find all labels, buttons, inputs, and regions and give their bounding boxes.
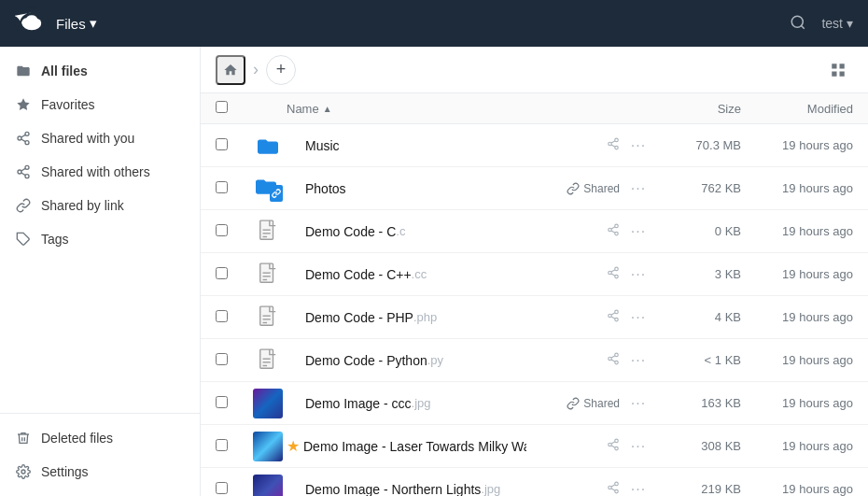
row-checkbox-cell[interactable] bbox=[216, 310, 249, 325]
row-checkbox[interactable] bbox=[216, 267, 228, 279]
svg-line-10 bbox=[21, 139, 26, 142]
file-more-cell[interactable]: ··· bbox=[620, 438, 657, 455]
row-checkbox[interactable] bbox=[216, 310, 228, 322]
table-row[interactable]: Demo Code - PHP .php ··· 4 KB 19 hours a… bbox=[201, 296, 868, 339]
search-button[interactable] bbox=[790, 14, 806, 34]
file-more-cell[interactable]: ··· bbox=[620, 395, 657, 412]
sidebar-item-shared-with-you[interactable]: Shared with you bbox=[0, 121, 200, 155]
row-checkbox-cell[interactable] bbox=[216, 439, 249, 454]
home-button[interactable] bbox=[216, 55, 245, 85]
row-checkbox-cell[interactable] bbox=[216, 353, 249, 368]
file-size: 3 KB bbox=[657, 267, 741, 281]
table-row[interactable]: Music ··· 70.3 MB 19 hours ago bbox=[201, 124, 868, 167]
row-checkbox-cell[interactable] bbox=[216, 396, 249, 411]
file-share-cell bbox=[526, 266, 620, 282]
more-options-button[interactable]: ··· bbox=[631, 309, 646, 326]
row-checkbox-cell[interactable] bbox=[216, 482, 249, 497]
file-extension: .php bbox=[413, 310, 437, 324]
file-name-cell: Demo Code - C .c bbox=[287, 224, 526, 239]
sidebar-item-shared-with-others[interactable]: Shared with others bbox=[0, 155, 200, 189]
share-button[interactable] bbox=[607, 309, 620, 325]
file-more-cell[interactable]: ··· bbox=[620, 309, 657, 326]
share-button[interactable] bbox=[607, 352, 620, 368]
file-name-cell: Demo Image - Northern Lights .jpg bbox=[287, 482, 526, 497]
table-row[interactable]: Photos Shared ··· 762 KB 19 hours ago bbox=[201, 167, 868, 210]
file-extension: .jpg bbox=[412, 396, 431, 410]
row-checkbox[interactable] bbox=[216, 224, 228, 236]
row-checkbox[interactable] bbox=[216, 482, 228, 494]
file-more-cell[interactable]: ··· bbox=[620, 481, 657, 497]
file-size: 762 KB bbox=[657, 181, 741, 195]
modified-column-label: Modified bbox=[807, 102, 853, 116]
svg-line-50 bbox=[611, 313, 615, 315]
file-modified: 19 hours ago bbox=[741, 181, 853, 195]
file-share-cell: Shared bbox=[526, 397, 620, 410]
file-name-cell: Demo Image - ccc .jpg bbox=[287, 396, 526, 411]
row-checkbox[interactable] bbox=[216, 439, 228, 451]
file-more-cell[interactable]: ··· bbox=[620, 180, 657, 197]
files-menu-button[interactable]: Files ▾ bbox=[56, 15, 97, 32]
more-options-button[interactable]: ··· bbox=[631, 438, 646, 455]
row-checkbox[interactable] bbox=[216, 396, 228, 408]
share-button[interactable] bbox=[607, 266, 620, 282]
more-options-button[interactable]: ··· bbox=[631, 481, 646, 497]
row-checkbox[interactable] bbox=[216, 138, 228, 150]
table-row[interactable]: ★ Demo Image - Laser Towards Milky Ways … bbox=[201, 425, 868, 468]
table-row[interactable]: Demo Code - Python .py ··· < 1 KB 19 hou… bbox=[201, 339, 868, 382]
sidebar-item-deleted-files[interactable]: Deleted files bbox=[0, 421, 200, 455]
sidebar-item-tags[interactable]: Tags bbox=[0, 222, 200, 256]
svg-line-31 bbox=[611, 231, 615, 233]
row-checkbox-cell[interactable] bbox=[216, 267, 249, 282]
table-row[interactable]: Demo Code - C .c ··· 0 KB 19 hours ago bbox=[201, 210, 868, 253]
sidebar-item-shared-with-you-label: Shared with you bbox=[41, 131, 134, 146]
svg-point-7 bbox=[25, 132, 29, 135]
file-share-cell bbox=[526, 309, 620, 325]
row-checkbox[interactable] bbox=[216, 353, 228, 365]
share-button[interactable] bbox=[607, 481, 620, 496]
file-size: 308 KB bbox=[657, 439, 741, 453]
svg-point-14 bbox=[25, 175, 29, 178]
file-modified: 19 hours ago bbox=[741, 310, 853, 324]
app-header: Files ▾ test ▾ bbox=[0, 0, 868, 47]
sidebar-item-shared-by-link[interactable]: Shared by link bbox=[0, 189, 200, 222]
file-more-cell[interactable]: ··· bbox=[620, 266, 657, 283]
sidebar-item-favorites[interactable]: Favorites bbox=[0, 88, 200, 121]
more-options-button[interactable]: ··· bbox=[631, 180, 646, 197]
row-checkbox-cell[interactable] bbox=[216, 181, 249, 196]
select-all-checkbox-cell[interactable] bbox=[216, 101, 249, 116]
row-checkbox-cell[interactable] bbox=[216, 138, 249, 153]
more-options-button[interactable]: ··· bbox=[631, 223, 646, 240]
file-more-cell[interactable]: ··· bbox=[620, 352, 657, 369]
file-extension: .py bbox=[427, 353, 443, 367]
file-more-cell[interactable]: ··· bbox=[620, 137, 657, 154]
more-options-button[interactable]: ··· bbox=[631, 266, 646, 283]
select-all-checkbox[interactable] bbox=[216, 101, 228, 113]
add-new-button[interactable]: + bbox=[266, 55, 296, 85]
user-menu-button[interactable]: test ▾ bbox=[821, 16, 853, 31]
name-column-header[interactable]: Name ▲ bbox=[287, 102, 526, 116]
table-row[interactable]: Demo Image - Northern Lights .jpg ··· 21… bbox=[201, 468, 868, 496]
table-row[interactable]: Demo Image - ccc .jpg Shared ··· 163 KB … bbox=[201, 382, 868, 425]
file-modified: 19 hours ago bbox=[741, 482, 853, 496]
row-checkbox-cell[interactable] bbox=[216, 224, 249, 239]
file-name: Demo Image - Laser Towards Milky Ways Ce… bbox=[303, 439, 526, 454]
share-button[interactable] bbox=[607, 137, 620, 153]
row-checkbox[interactable] bbox=[216, 181, 228, 193]
file-extension: .c bbox=[396, 224, 405, 238]
more-options-button[interactable]: ··· bbox=[631, 137, 646, 154]
svg-point-18 bbox=[21, 470, 25, 474]
sidebar-item-settings[interactable]: Settings bbox=[0, 455, 200, 489]
sidebar-item-favorites-label: Favorites bbox=[41, 97, 95, 112]
more-options-button[interactable]: ··· bbox=[631, 395, 646, 412]
share-button[interactable] bbox=[607, 223, 620, 239]
table-row[interactable]: Demo Code - C++ .cc ··· 3 KB 19 hours ag… bbox=[201, 253, 868, 296]
modified-column-header[interactable]: Modified bbox=[741, 102, 853, 116]
sidebar-item-all-files[interactable]: All files bbox=[0, 54, 200, 88]
size-column-header[interactable]: Size bbox=[657, 102, 741, 116]
file-icon bbox=[249, 220, 287, 244]
sidebar-item-tags-label: Tags bbox=[41, 232, 69, 247]
file-more-cell[interactable]: ··· bbox=[620, 223, 657, 240]
view-toggle-button[interactable] bbox=[823, 55, 853, 85]
share-button[interactable] bbox=[607, 438, 620, 454]
more-options-button[interactable]: ··· bbox=[631, 352, 646, 369]
